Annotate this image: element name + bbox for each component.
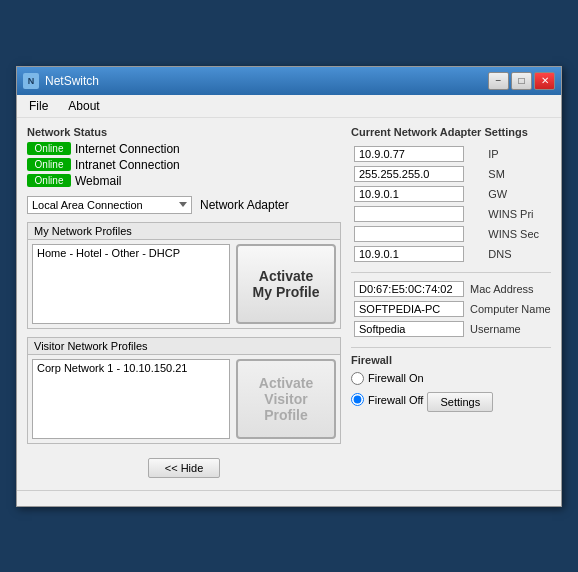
gw-label: GW [485, 184, 551, 204]
firewall-settings-button[interactable]: Settings [427, 392, 493, 412]
divider2 [351, 347, 551, 348]
hide-btn-row: << Hide [27, 452, 341, 482]
ip-label: IP [485, 144, 551, 164]
table-row-gw: GW [351, 184, 551, 204]
current-adapter-label: Current Network Adapter Settings [351, 126, 551, 138]
wins-pri-label: WINS Pri [485, 204, 551, 224]
status-row-internet: Online Internet Connection [27, 142, 341, 156]
minimize-button[interactable]: − [488, 72, 509, 90]
my-profiles-inner: Home - Hotel - Other - DHCP ActivateMy P… [28, 240, 340, 328]
activate-visitor-profile-button[interactable]: ActivateVisitorProfile [236, 359, 336, 439]
settings-table: IP SM GW WINS Pri WINS Sec [351, 144, 551, 264]
firewall-section: Firewall Firewall On Firewall Off Settin… [351, 354, 551, 412]
status-badge-webmail: Online [27, 174, 71, 187]
ip-input[interactable] [354, 146, 464, 162]
username-input[interactable] [354, 321, 464, 337]
status-bar [17, 490, 561, 506]
status-badge-intranet: Online [27, 158, 71, 171]
table-row-sm: SM [351, 164, 551, 184]
sm-input[interactable] [354, 166, 464, 182]
maximize-button[interactable]: □ [511, 72, 532, 90]
firewall-on-radio[interactable] [351, 372, 364, 385]
app-icon: N [23, 73, 39, 89]
info-table: Mac Address Computer Name Username [351, 279, 554, 339]
firewall-off-row: Firewall Off Settings [351, 388, 551, 412]
table-row-mac: Mac Address [351, 279, 554, 299]
table-row-computer: Computer Name [351, 299, 554, 319]
window-title: NetSwitch [45, 74, 99, 88]
firewall-label: Firewall [351, 354, 551, 366]
list-item[interactable]: Home - Hotel - Other - DHCP [37, 247, 225, 259]
adapter-label: Network Adapter [200, 198, 289, 212]
dns-label: DNS [485, 244, 551, 264]
firewall-off-label[interactable]: Firewall Off [368, 394, 423, 406]
firewall-on-row: Firewall On [351, 372, 551, 385]
username-label: Username [467, 319, 554, 339]
menu-about[interactable]: About [60, 97, 107, 115]
my-profiles-title: My Network Profiles [28, 223, 340, 240]
computer-name-input[interactable] [354, 301, 464, 317]
mac-input[interactable] [354, 281, 464, 297]
status-text-intranet: Intranet Connection [75, 158, 180, 172]
status-text-webmail: Webmail [75, 174, 121, 188]
wins-sec-input[interactable] [354, 226, 464, 242]
divider [351, 272, 551, 273]
wins-sec-label: WINS Sec [485, 224, 551, 244]
list-item[interactable]: Corp Network 1 - 10.10.150.21 [37, 362, 225, 374]
visitor-profiles-title: Visitor Network Profiles [28, 338, 340, 355]
gw-input[interactable] [354, 186, 464, 202]
activate-my-profile-button[interactable]: ActivateMy Profile [236, 244, 336, 324]
network-status-section: Network Status Online Internet Connectio… [27, 126, 341, 188]
menu-file[interactable]: File [21, 97, 56, 115]
adapter-row: Local Area Connection Network Adapter [27, 196, 341, 214]
status-row-intranet: Online Intranet Connection [27, 158, 341, 172]
table-row-dns: DNS [351, 244, 551, 264]
title-bar: N NetSwitch − □ ✕ [17, 67, 561, 95]
firewall-off-radio[interactable] [351, 393, 364, 406]
firewall-on-label[interactable]: Firewall On [368, 372, 424, 384]
my-profiles-list[interactable]: Home - Hotel - Other - DHCP [32, 244, 230, 324]
main-window: N NetSwitch − □ ✕ File About Network Sta… [16, 66, 562, 507]
status-text-internet: Internet Connection [75, 142, 180, 156]
close-button[interactable]: ✕ [534, 72, 555, 90]
sm-label: SM [485, 164, 551, 184]
status-row-webmail: Online Webmail [27, 174, 341, 188]
window-controls: − □ ✕ [488, 72, 555, 90]
visitor-profiles-list[interactable]: Corp Network 1 - 10.10.150.21 [32, 359, 230, 439]
right-panel: Current Network Adapter Settings IP SM G… [351, 126, 551, 482]
menu-bar: File About [17, 95, 561, 118]
table-row-ip: IP [351, 144, 551, 164]
adapter-select[interactable]: Local Area Connection [27, 196, 192, 214]
computer-name-label: Computer Name [467, 299, 554, 319]
mac-label: Mac Address [467, 279, 554, 299]
table-row-wins-pri: WINS Pri [351, 204, 551, 224]
table-row-username: Username [351, 319, 554, 339]
my-profiles-section: My Network Profiles Home - Hotel - Other… [27, 222, 341, 329]
main-content: Network Status Online Internet Connectio… [17, 118, 561, 490]
hide-button[interactable]: << Hide [148, 458, 221, 478]
status-badge-internet: Online [27, 142, 71, 155]
dns-input[interactable] [354, 246, 464, 262]
visitor-profiles-section: Visitor Network Profiles Corp Network 1 … [27, 337, 341, 444]
left-panel: Network Status Online Internet Connectio… [27, 126, 341, 482]
table-row-wins-sec: WINS Sec [351, 224, 551, 244]
wins-pri-input[interactable] [354, 206, 464, 222]
visitor-profiles-inner: Corp Network 1 - 10.10.150.21 ActivateVi… [28, 355, 340, 443]
network-status-label: Network Status [27, 126, 341, 138]
